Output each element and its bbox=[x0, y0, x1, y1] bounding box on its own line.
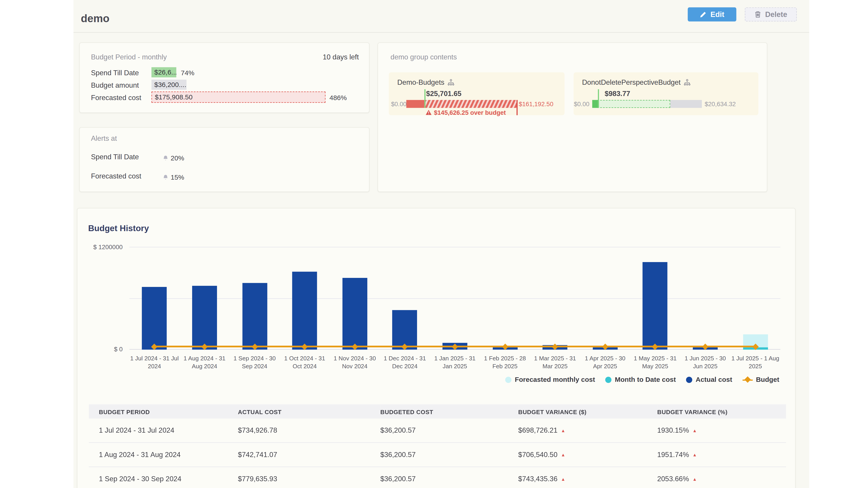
table-row: 1 Sep 2024 - 30 Sep 2024$779,635.93$36,2… bbox=[89, 467, 786, 488]
mtd-legend-swatch bbox=[605, 377, 612, 383]
x-axis-label: 1 Apr 2025 - 30 Apr 2025 bbox=[580, 354, 630, 370]
alerts-title: Alerts at bbox=[91, 134, 117, 142]
budget-item-max: $20,634.32 bbox=[705, 101, 736, 107]
x-axis-label: 1 Jan 2025 - 31 Jan 2025 bbox=[430, 354, 480, 370]
bell-icon bbox=[163, 174, 168, 181]
up-triangle-icon: ▲ bbox=[692, 453, 697, 458]
actual-cost-bar bbox=[192, 286, 217, 350]
page: demo Edit Delete Budget Period - monthly… bbox=[0, 0, 868, 488]
header-divider bbox=[73, 32, 809, 33]
x-axis-labels: 1 Jul 2024 - 31 Jul 20241 Aug 2024 - 31 … bbox=[129, 354, 780, 370]
actual-cost-bar bbox=[342, 278, 367, 350]
table-body: 1 Jul 2024 - 31 Jul 2024$734,926.78$36,2… bbox=[89, 419, 786, 488]
budget-item-current: $983.77 bbox=[604, 90, 630, 98]
edit-button[interactable]: Edit bbox=[688, 7, 737, 22]
bell-icon bbox=[163, 155, 168, 162]
budget-item-current: $25,701.65 bbox=[426, 90, 461, 98]
forecasted-legend-swatch bbox=[505, 377, 512, 383]
budget-legend-swatch bbox=[742, 377, 752, 383]
budget-item-max: $161,192.50 bbox=[519, 101, 553, 107]
x-axis-label: 1 Mar 2025 - 31 Mar 2025 bbox=[530, 354, 580, 370]
variance-cell: $743,435.36▲ bbox=[518, 467, 657, 488]
forecast-segment bbox=[597, 100, 671, 108]
spend-till-date-value: $26,6... bbox=[151, 67, 176, 77]
variance-cell: $706,540.50▲ bbox=[518, 443, 657, 467]
delete-button[interactable]: Delete bbox=[745, 7, 797, 22]
legend-actual[interactable]: Actual cost bbox=[686, 376, 732, 384]
table-cell: 1 Jul 2024 - 31 Jul 2024 bbox=[89, 419, 238, 443]
legend-label: Forecasted monthly cost bbox=[515, 376, 595, 384]
warning-icon bbox=[426, 109, 432, 115]
alerts-card: Alerts at Spend Till Date 20% Forecasted… bbox=[79, 127, 370, 192]
table-row: 1 Aug 2024 - 31 Aug 2024$742,741.07$36,2… bbox=[89, 443, 786, 467]
trash-icon bbox=[754, 11, 761, 18]
budget-period-title: Budget Period - monthly bbox=[91, 53, 167, 61]
group-contents-title: demo group contents bbox=[391, 53, 457, 61]
legend-budget[interactable]: Budget bbox=[742, 376, 779, 384]
spend-till-date-percent: 74% bbox=[181, 69, 194, 77]
y-axis-zero-label: $ 0 bbox=[79, 346, 123, 352]
page-title: demo bbox=[81, 12, 110, 25]
actual-cost-bar bbox=[242, 283, 267, 350]
up-triangle-icon: ▲ bbox=[561, 477, 565, 482]
spend-segment bbox=[592, 100, 598, 108]
budget-item-name-row: Demo-Budgets bbox=[397, 78, 455, 87]
forecasted-cost-label: Forecasted cost bbox=[91, 94, 141, 102]
table-header-cell: ACTUAL COST bbox=[238, 404, 380, 419]
over-budget-end-line bbox=[517, 100, 518, 116]
budget-item-name: DonotDeletePerspectiveBudget bbox=[582, 78, 681, 87]
legend-mtd[interactable]: Month to Date cost bbox=[605, 376, 676, 384]
budget-item-bar bbox=[406, 100, 517, 108]
table-row: 1 Jul 2024 - 31 Jul 2024$734,926.78$36,2… bbox=[89, 419, 786, 443]
x-axis-label: 1 Aug 2024 - 31 Aug 2024 bbox=[180, 354, 230, 370]
legend-label: Month to Date cost bbox=[615, 376, 676, 384]
legend-label: Budget bbox=[756, 376, 779, 384]
over-budget-text: $145,626.25 over budget bbox=[434, 109, 506, 116]
table-cell: $734,926.78 bbox=[238, 419, 380, 443]
x-axis-label: 1 Feb 2025 - 28 Feb 2025 bbox=[480, 354, 530, 370]
budget-item-donotdelete[interactable]: DonotDeletePerspectiveBudget $983.77 $0.… bbox=[574, 72, 758, 115]
table-header-cell: BUDGET PERIOD bbox=[89, 404, 238, 419]
forecast-over-segment bbox=[425, 100, 517, 108]
hierarchy-icon bbox=[448, 79, 455, 86]
budget-amount-value: $36,200.... bbox=[151, 80, 186, 90]
legend-forecasted[interactable]: Forecasted monthly cost bbox=[505, 376, 595, 384]
edit-button-label: Edit bbox=[710, 10, 724, 19]
budget-item-bar bbox=[592, 100, 702, 108]
spend-segment bbox=[406, 100, 425, 108]
chart-plot bbox=[129, 247, 780, 350]
y-axis-top-label: $ 1200000 bbox=[79, 243, 123, 250]
delete-button-label: Delete bbox=[765, 10, 787, 19]
table-cell: $36,200.57 bbox=[380, 443, 518, 467]
hierarchy-icon bbox=[684, 79, 691, 86]
spend-till-date-label: Spend Till Date bbox=[91, 69, 139, 77]
alert-forecast-value-wrap: 15% bbox=[163, 172, 184, 182]
actual-cost-bar bbox=[643, 262, 668, 350]
actual-cost-bar bbox=[142, 287, 167, 350]
table-cell: 1 Sep 2024 - 30 Sep 2024 bbox=[89, 467, 238, 488]
table-header-cell: BUDGET VARIANCE (%) bbox=[657, 404, 786, 419]
current-spend-marker bbox=[598, 89, 599, 108]
up-triangle-icon: ▲ bbox=[561, 453, 565, 458]
over-budget-note: $145,626.25 over budget bbox=[415, 109, 517, 116]
table-cell: $36,200.57 bbox=[380, 419, 518, 443]
budget-history-title: Budget History bbox=[88, 223, 149, 233]
table-header-cell: BUDGET VARIANCE ($) bbox=[518, 404, 657, 419]
variance-cell: 2053.66%▲ bbox=[657, 467, 786, 488]
table-header-cell: BUDGETED COST bbox=[380, 404, 518, 419]
content-column: demo Edit Delete Budget Period - monthly… bbox=[73, 0, 809, 488]
x-axis-label: 1 Dec 2024 - 31 Dec 2024 bbox=[380, 354, 430, 370]
budget-amount-label: Budget amount bbox=[91, 81, 139, 89]
budget-item-demo-budgets[interactable]: Demo-Budgets $25,701.65 $0.00 $161,192.5… bbox=[389, 72, 565, 115]
table-cell: $779,635.93 bbox=[238, 467, 380, 488]
budget-history-card: Budget History $ 1200000 $ 0 1 Jul 2024 … bbox=[77, 208, 796, 488]
table-cell: 1 Aug 2024 - 31 Aug 2024 bbox=[89, 443, 238, 467]
up-triangle-icon: ▲ bbox=[692, 477, 697, 482]
alert-spend-value: 20% bbox=[170, 154, 184, 162]
actual-legend-swatch bbox=[686, 377, 692, 383]
budget-history-table: BUDGET PERIODACTUAL COSTBUDGETED COSTBUD… bbox=[89, 404, 786, 488]
x-axis-label: 1 May 2025 - 31 May 2025 bbox=[630, 354, 680, 370]
group-contents-card: demo group contents Demo-Budgets $25,701… bbox=[377, 42, 767, 192]
x-axis-label: 1 Jun 2025 - 30 Jun 2025 bbox=[680, 354, 730, 370]
alert-forecast-value: 15% bbox=[170, 173, 184, 182]
